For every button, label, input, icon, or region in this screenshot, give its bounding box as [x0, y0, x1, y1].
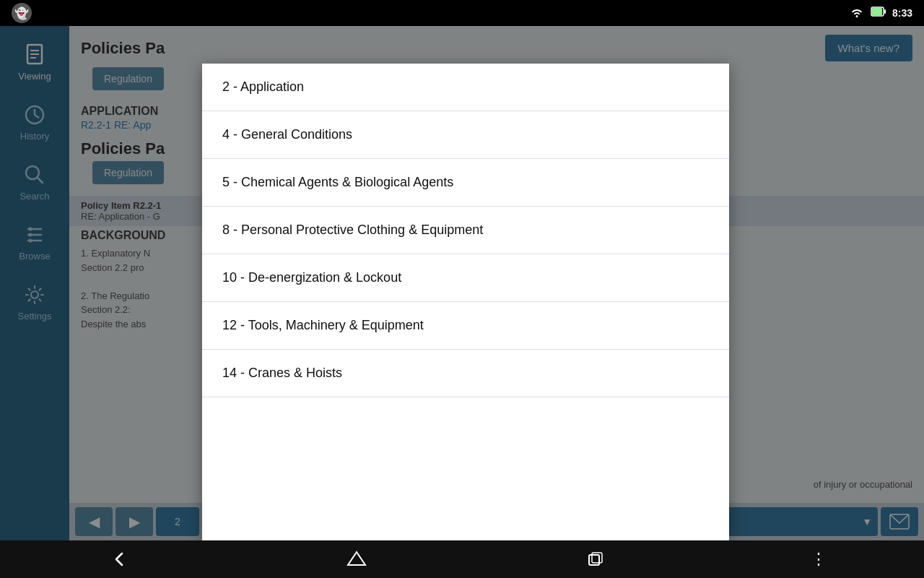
- status-bar-right: 8:33: [849, 6, 912, 20]
- dropdown-item-1[interactable]: 4 - General Conditions: [202, 111, 729, 159]
- dropdown-item-3[interactable]: 8 - Personal Protective Clothing & Equip…: [202, 207, 729, 254]
- android-back-button[interactable]: [97, 545, 141, 574]
- svg-rect-1: [872, 8, 882, 15]
- dropdown-item-4[interactable]: 10 - De-energization & Lockout: [202, 254, 729, 302]
- svg-rect-21: [589, 555, 599, 565]
- android-more-button[interactable]: ⋮: [811, 550, 827, 569]
- dropdown-item-5[interactable]: 12 - Tools, Machinery & Equipment: [202, 302, 729, 350]
- clock-time: 8:33: [892, 7, 912, 19]
- dropdown-modal: 2 - Application 4 - General Conditions 5…: [202, 64, 729, 540]
- android-nav-bar: ⋮: [0, 540, 924, 578]
- main-container: Viewing History Search: [0, 26, 924, 540]
- status-bar: 👻 8:33: [0, 0, 924, 26]
- status-bar-left: 👻: [12, 3, 32, 23]
- dropdown-item-0[interactable]: 2 - Application: [202, 64, 729, 111]
- android-recent-button[interactable]: [573, 545, 616, 574]
- battery-icon: [871, 7, 886, 20]
- android-home-button[interactable]: [335, 545, 378, 574]
- wifi-icon: [849, 6, 865, 20]
- svg-marker-20: [348, 552, 365, 565]
- svg-rect-2: [884, 9, 886, 14]
- dropdown-item-6[interactable]: 14 - Cranes & Hoists: [202, 350, 729, 397]
- dropdown-item-2[interactable]: 5 - Chemical Agents & Biological Agents: [202, 159, 729, 207]
- ghost-icon: 👻: [12, 3, 32, 23]
